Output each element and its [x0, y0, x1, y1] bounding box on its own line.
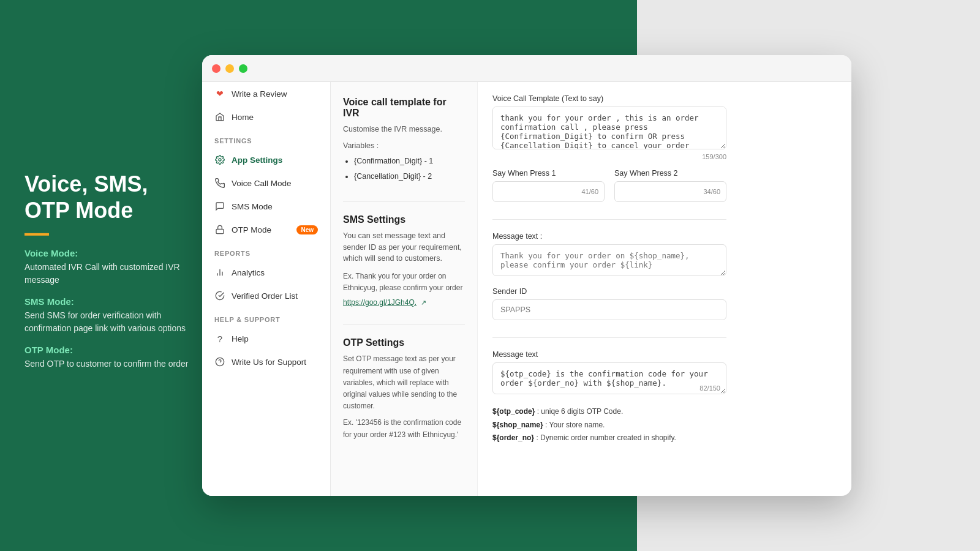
otp-mode-desc: Send OTP to customer to confirm the orde…: [24, 358, 196, 370]
template-label: Voice Call Template (Text to say): [492, 94, 726, 103]
voice-section-desc: Voice call template for IVR Customise th…: [343, 97, 465, 184]
sms-section-subtitle: You can set message text and sender ID a…: [343, 230, 465, 264]
press1-col: Say When Press 1 thank you , your order …: [492, 169, 605, 202]
sidebar-item-verified-order-list[interactable]: Verified Order List: [202, 284, 330, 307]
otp-var-0: ${otp_code} : uniqe 6 digits OTP Code.: [492, 405, 726, 419]
traffic-lights: [212, 64, 247, 73]
message-icon: [214, 201, 225, 212]
sender-id-input[interactable]: [492, 299, 726, 320]
otp-variables-list: ${otp_code} : uniqe 6 digits OTP Code. $…: [492, 405, 726, 445]
otp-message-label: Message text: [492, 350, 726, 359]
sidebar-label-voice-call-mode: Voice Call Mode: [232, 179, 292, 188]
sidebar-item-write-support[interactable]: Write Us for Support: [202, 350, 330, 373]
question-circle-icon: [214, 356, 225, 367]
question-icon: ?: [214, 333, 225, 344]
voice-mode-section: Voice Mode: Automated IVR Call with cust…: [24, 248, 196, 287]
otp-mode-title: OTP Mode:: [24, 345, 196, 355]
sms-example-link[interactable]: https://goo.gl/1JGh4Q.: [343, 298, 417, 307]
browser-body: ❤ Write a Review Home SETTINGS: [202, 82, 851, 496]
otp-var-desc-1: : Your store name.: [545, 421, 605, 429]
variables-label: Variables :: [343, 141, 465, 150]
tl-yellow[interactable]: [225, 64, 234, 73]
otp-section-desc: OTP Settings Set OTP message text as per…: [343, 337, 465, 440]
sidebar-label-analytics: Analytics: [232, 268, 265, 277]
sidebar-label-app-settings: App Settings: [232, 156, 282, 165]
voice-mode-desc: Automated IVR Call with customized IVR m…: [24, 261, 196, 287]
sender-id-form-group: Sender ID: [492, 287, 726, 320]
heart-icon: ❤: [214, 88, 225, 99]
bar-chart-icon: [214, 267, 225, 278]
press1-input-wrapper: thank you , your order has been confirm …: [492, 181, 605, 202]
sidebar-item-sms-mode[interactable]: SMS Mode: [202, 195, 330, 218]
press-row: Say When Press 1 thank you , your order …: [492, 169, 726, 202]
sms-form-section: Message text : Sender ID: [492, 232, 726, 320]
otp-message-form-group: Message text ${otp_code} is the confirma…: [492, 350, 726, 397]
sms-message-textarea[interactable]: [492, 244, 726, 276]
otp-var-desc-2: : Dynemic order number created in shopif…: [536, 433, 676, 442]
voice-section-subtitle: Customise the IVR message.: [343, 124, 465, 135]
sidebar-item-analytics[interactable]: Analytics: [202, 261, 330, 284]
sms-example-text: Ex. Thank you for your order on Ethnicyu…: [343, 271, 465, 294]
template-char-count: 159/300: [492, 153, 726, 160]
help-section-label: HELP & SUPPORT: [202, 307, 330, 327]
otp-example-text: Ex. '123456 is the confirmation code for…: [343, 417, 465, 440]
voice-mode-title: Voice Mode:: [24, 248, 196, 258]
sidebar-label-otp-mode: OTP Mode: [232, 225, 271, 234]
divider-1: [343, 201, 465, 202]
divider-2: [343, 324, 465, 325]
sms-section-title: SMS Settings: [343, 214, 465, 225]
gear-icon: [214, 154, 225, 165]
sidebar-item-write-review[interactable]: ❤ Write a Review: [202, 82, 330, 105]
otp-textarea-wrapper: ${otp_code} is the confirmation code for…: [492, 362, 726, 397]
hero-title: Voice, SMS, OTP Mode: [24, 171, 196, 223]
content-panels: Voice call template for IVR Customise th…: [331, 82, 741, 496]
sidebar-label-help: Help: [232, 334, 249, 343]
sidebar: ❤ Write a Review Home SETTINGS: [202, 82, 331, 496]
right-form-panel: Voice Call Template (Text to say) thank …: [478, 82, 741, 496]
sidebar-item-home[interactable]: Home: [202, 105, 330, 129]
sidebar-label-write-support: Write Us for Support: [232, 358, 306, 367]
browser-window: ❤ Write a Review Home SETTINGS: [202, 55, 851, 496]
hero-divider: [24, 233, 49, 236]
otp-message-textarea[interactable]: ${otp_code} is the confirmation code for…: [492, 362, 726, 394]
browser-titlebar: [202, 55, 851, 82]
svg-point-0: [219, 159, 221, 161]
reports-section-label: REPORTS: [202, 241, 330, 261]
voice-form-section: Voice Call Template (Text to say) thank …: [492, 94, 726, 202]
otp-mode-section: OTP Mode: Send OTP to customer to confir…: [24, 345, 196, 370]
home-icon: [214, 111, 225, 122]
sms-message-form-group: Message text :: [492, 232, 726, 279]
press1-label: Say When Press 1: [492, 169, 605, 178]
otp-char-count: 82/150: [699, 384, 720, 392]
sidebar-item-app-settings[interactable]: App Settings: [202, 148, 330, 171]
tl-green[interactable]: [239, 64, 247, 73]
otp-var-2: ${order_no} : Dynemic order number creat…: [492, 432, 726, 445]
form-divider-1: [492, 219, 726, 220]
settings-section-label: SETTINGS: [202, 129, 330, 148]
voice-section-title: Voice call template for IVR: [343, 97, 465, 119]
otp-var-name-0: ${otp_code}: [492, 407, 535, 416]
sidebar-label-write-review: Write a Review: [232, 89, 287, 99]
press2-label: Say When Press 2: [614, 169, 726, 178]
sidebar-item-otp-mode[interactable]: OTP Mode New: [202, 218, 330, 241]
left-description-panel: Voice call template for IVR Customise th…: [331, 82, 478, 496]
tl-red[interactable]: [212, 64, 221, 73]
sidebar-label-verified-order-list: Verified Order List: [232, 291, 298, 301]
template-textarea[interactable]: thank you for your order , this is an or…: [492, 107, 726, 149]
sidebar-item-voice-call-mode[interactable]: Voice Call Mode: [202, 171, 330, 195]
otp-var-name-2: ${order_no}: [492, 433, 534, 442]
otp-form-section: Message text ${otp_code} is the confirma…: [492, 350, 726, 445]
sidebar-item-help[interactable]: ? Help: [202, 327, 330, 350]
check-circle-icon: [214, 290, 225, 301]
lock-icon: [214, 224, 225, 235]
otp-var-1: ${shop_name} : Your store name.: [492, 419, 726, 432]
hero-content: Voice, SMS, OTP Mode Voice Mode: Automat…: [24, 171, 196, 380]
svg-rect-1: [216, 229, 224, 233]
press2-col: Say When Press 2 ok , your order has bee…: [614, 169, 726, 202]
sms-section-desc: SMS Settings You can set message text an…: [343, 214, 465, 308]
otp-var-name-1: ${shop_name}: [492, 421, 543, 429]
variable-item-0: {Confirmation_Digit} - 1: [354, 154, 465, 169]
variables-list: {Confirmation_Digit} - 1 {Cancellation_D…: [343, 154, 465, 184]
sms-mode-section: SMS Mode: Send SMS for order verificatio…: [24, 296, 196, 335]
phone-icon: [214, 178, 225, 189]
